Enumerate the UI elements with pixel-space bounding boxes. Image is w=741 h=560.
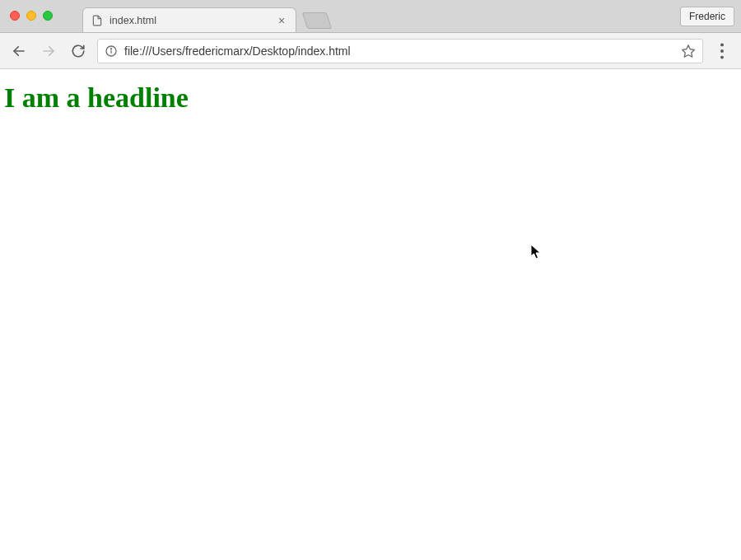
profile-button[interactable]: Frederic bbox=[680, 7, 734, 26]
browser-tab[interactable]: index.html × bbox=[82, 7, 296, 32]
svg-marker-5 bbox=[683, 44, 695, 56]
svg-point-8 bbox=[720, 55, 724, 58]
browser-menu-button[interactable] bbox=[711, 40, 733, 62]
window-minimize-button[interactable] bbox=[26, 11, 36, 21]
toolbar: file:///Users/fredericmarx/Desktop/index… bbox=[0, 33, 741, 69]
forward-button[interactable] bbox=[38, 40, 59, 62]
page-headline: I am a headline bbox=[4, 82, 737, 114]
window-close-button[interactable] bbox=[10, 11, 20, 21]
tab-title: index.html bbox=[110, 15, 269, 26]
address-bar[interactable]: file:///Users/fredericmarx/Desktop/index… bbox=[97, 39, 703, 63]
reload-button[interactable] bbox=[68, 40, 89, 62]
back-button[interactable] bbox=[8, 40, 30, 62]
bookmark-star-icon[interactable] bbox=[681, 44, 696, 58]
file-icon bbox=[91, 15, 103, 26]
new-tab-button[interactable] bbox=[302, 12, 332, 29]
window-maximize-button[interactable] bbox=[43, 11, 53, 21]
svg-point-7 bbox=[720, 49, 724, 53]
tab-strip: index.html × Frederic bbox=[0, 0, 741, 33]
tabs-area: index.html × bbox=[82, 0, 329, 32]
window-controls bbox=[10, 11, 53, 21]
url-text: file:///Users/fredericmarx/Desktop/index… bbox=[124, 44, 674, 58]
tab-close-icon[interactable]: × bbox=[276, 15, 287, 26]
site-info-icon[interactable] bbox=[105, 44, 118, 58]
profile-name: Frederic bbox=[689, 11, 725, 22]
svg-point-4 bbox=[110, 48, 111, 49]
page-content: I am a headline bbox=[0, 69, 741, 560]
svg-point-6 bbox=[720, 43, 724, 46]
